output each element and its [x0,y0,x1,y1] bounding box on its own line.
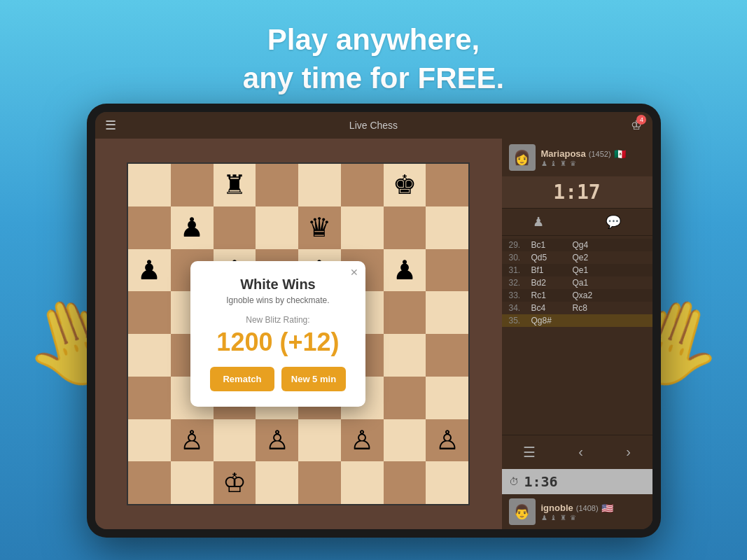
player-timer-box: ⏱ 1:36 [502,469,652,494]
player-name: ignoble [541,503,573,513]
board-cell[interactable] [384,419,426,462]
board-cell[interactable] [426,461,468,504]
board-cell[interactable] [384,206,426,249]
board-cell[interactable]: ♛ [298,206,341,249]
opponent-name: Mariaposa [541,148,586,159]
moves-list-button[interactable]: ☰ [513,441,545,463]
board-cell[interactable] [214,419,256,462]
opponent-timer: 1:17 [502,176,652,208]
board-cell[interactable] [426,206,468,249]
board-cell[interactable]: ♔ [214,461,256,504]
board-cell[interactable] [426,249,468,292]
board-cell[interactable] [128,164,171,206]
board-cell[interactable] [298,419,341,462]
headline-line1: Play anywhere, [267,23,480,56]
right-panel: 👩 Mariaposa (1452) 🇲🇽 ♟ ♝ ♜ ♛ 1:17 ♟ [502,139,652,529]
board-cell[interactable] [256,206,298,249]
top-bar-title: Live Chess [349,120,398,131]
top-bar: ☰ Live Chess ♔ 4 [95,112,652,139]
dialog-subtitle: Ignoble wins by checkmate. [210,295,346,305]
tablet-screen: ☰ Live Chess ♔ 4 ♜♚♟♛♟♟♙♟♙♗♖♙♙♙♙♔ ✕ Whit… [95,112,652,529]
board-cell[interactable] [128,461,171,504]
board-cell[interactable] [128,419,171,462]
board-cell[interactable]: ♙ [341,419,384,462]
board-cell[interactable]: ♙ [256,419,298,462]
board-cell[interactable]: ♜ [214,164,256,206]
board-cell[interactable] [426,164,468,206]
board-cell[interactable] [128,291,171,334]
tablet-frame: ☰ Live Chess ♔ 4 ♜♚♟♛♟♟♙♟♙♗♖♙♙♙♙♔ ✕ Whit… [87,104,661,538]
result-dialog: ✕ White Wins Ignoble wins by checkmate. … [190,261,365,407]
move-row[interactable]: 30.Qd5Qe2 [502,251,652,264]
opponent-details: Mariaposa (1452) 🇲🇽 ♟ ♝ ♜ ♛ [541,148,626,167]
opponent-avatar: 👩 [509,144,536,171]
rating-number: 1200 [216,328,272,356]
move-row[interactable]: 29.Bc1Qg4 [502,239,652,251]
board-cell[interactable]: ♟ [171,206,214,249]
board-cell[interactable] [426,291,468,334]
player-timer: 1:36 [524,473,558,490]
player-avatar: 👨 [509,498,536,525]
menu-icon[interactable]: ☰ [105,119,116,132]
move-list[interactable]: 29.Bc1Qg430.Qd5Qe231.Bf1Qe132.Bd2Qa133.R… [502,236,652,435]
board-cell[interactable] [128,206,171,249]
next-move-button[interactable]: › [616,441,641,463]
player-details: ignoble (1408) 🇺🇸 ♟ ♝ ♜ ♛ [541,503,613,522]
board-cell[interactable] [298,164,341,206]
dialog-title: White Wins [210,276,346,293]
rating-change: (+12) [279,328,339,356]
chat-icon[interactable]: 💬 [606,214,621,230]
headline-line2: any time for FREE. [243,62,504,94]
board-cell[interactable] [341,461,384,504]
headline: Play anywhere, any time for FREE. [0,0,747,97]
board-cell[interactable] [341,206,384,249]
main-area: ♜♚♟♛♟♟♙♟♙♗♖♙♙♙♙♔ ✕ White Wins Ignoble wi… [95,139,652,529]
board-cell[interactable] [128,334,171,377]
player-pieces: ♟ ♝ ♜ ♛ [541,514,613,522]
panel-icons: ♟ 💬 [502,208,652,236]
board-cell[interactable] [384,291,426,334]
move-row[interactable]: 33.Rc1Qxa2 [502,289,652,302]
move-row[interactable]: 34.Bc4Rc8 [502,302,652,314]
analysis-icon[interactable]: ♟ [533,214,544,230]
timer-icon: ⏱ [509,476,519,487]
opponent-flag: 🇲🇽 [614,148,626,160]
player-flag: 🇺🇸 [601,503,613,514]
player-info: 👨 ignoble (1408) 🇺🇸 ♟ ♝ ♜ ♛ [502,494,652,529]
move-row[interactable]: 35.Qg8# [502,314,652,327]
dialog-buttons: Rematch New 5 min [210,367,346,391]
board-cell[interactable] [298,461,341,504]
board-cell[interactable] [171,164,214,206]
board-cell[interactable]: ♚ [384,164,426,206]
rematch-button[interactable]: Rematch [210,367,274,391]
board-cell[interactable] [214,206,256,249]
board-cell[interactable]: ♟ [128,249,171,292]
notif-badge: 4 [636,115,646,125]
player-rating: (1408) [576,504,599,512]
board-cell[interactable] [384,377,426,419]
board-cell[interactable]: ♙ [426,419,468,462]
board-cell[interactable] [171,461,214,504]
move-row[interactable]: 31.Bf1Qe1 [502,264,652,276]
opponent-rating: (1452) [589,150,611,158]
rating-label: New Blitz Rating: [210,315,346,325]
board-cell[interactable] [256,461,298,504]
board-cell[interactable] [384,334,426,377]
board-cell[interactable] [426,377,468,419]
board-cell[interactable]: ♙ [171,419,214,462]
prev-move-button[interactable]: ‹ [568,441,593,463]
board-cell[interactable] [384,461,426,504]
opponent-pieces: ♟ ♝ ♜ ♛ [541,160,626,167]
new-game-button[interactable]: New 5 min [281,367,346,391]
board-cell[interactable] [426,334,468,377]
opponent-info: 👩 Mariaposa (1452) 🇲🇽 ♟ ♝ ♜ ♛ [502,139,652,176]
notification-button[interactable]: ♔ 4 [631,118,642,133]
board-cell[interactable] [128,377,171,419]
nav-buttons: ☰ ‹ › [502,435,652,469]
board-cell[interactable] [256,164,298,206]
board-cell[interactable] [341,164,384,206]
board-area: ♜♚♟♛♟♟♙♟♙♗♖♙♙♙♙♔ ✕ White Wins Ignoble wi… [95,139,502,529]
move-row[interactable]: 32.Bd2Qa1 [502,276,652,289]
board-cell[interactable]: ♟ [384,249,426,292]
close-button[interactable]: ✕ [350,267,358,278]
